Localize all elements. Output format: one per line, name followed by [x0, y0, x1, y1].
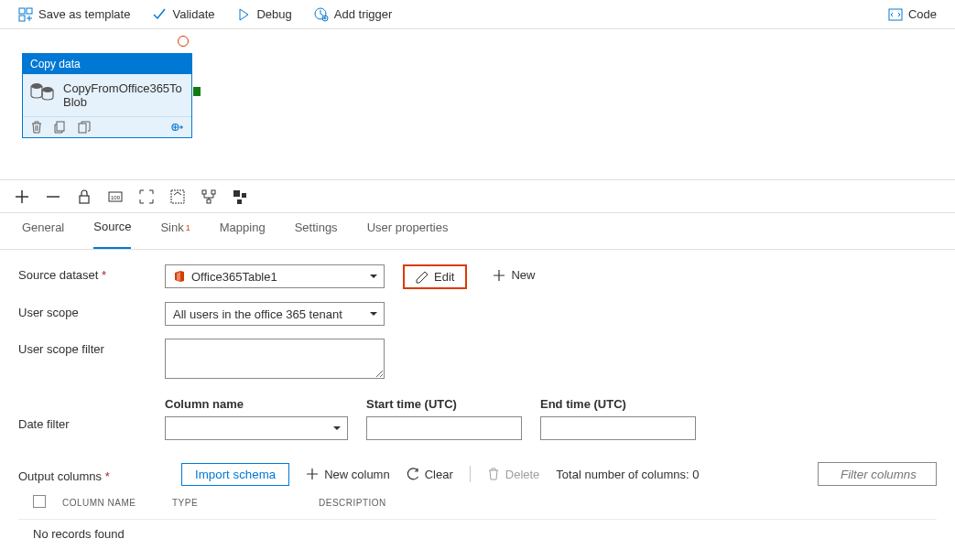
svg-rect-8: [57, 122, 64, 131]
no-records-message: No records found: [18, 519, 937, 548]
refresh-icon: [407, 468, 419, 480]
tab-settings[interactable]: Settings: [295, 213, 338, 249]
user-scope-value: All users in the office 365 tenant: [173, 307, 342, 321]
copy-data-activity[interactable]: Copy data CopyFromOffice365To Blob: [22, 53, 192, 138]
end-time-input[interactable]: [540, 416, 696, 440]
filter-columns-input[interactable]: [818, 462, 937, 486]
office365-icon: [173, 270, 186, 283]
minimap-icon[interactable]: [233, 189, 247, 204]
svg-text:100: 100: [111, 195, 121, 200]
svg-rect-1: [27, 8, 32, 14]
clone-icon[interactable]: [78, 121, 91, 134]
user-scope-filter-label: User scope filter: [18, 339, 165, 356]
top-toolbar: Save as template Validate Debug Add trig…: [0, 0, 955, 29]
pipeline-canvas[interactable]: Copy data CopyFromOffice365To Blob: [0, 29, 955, 180]
end-time-header: End time (UTC): [540, 397, 696, 411]
svg-rect-16: [212, 190, 215, 194]
svg-rect-18: [233, 190, 240, 197]
select-all-checkbox[interactable]: [33, 495, 46, 508]
canvas-zoom-toolbar: 100: [0, 180, 955, 213]
user-scope-filter-input[interactable]: [165, 339, 385, 379]
new-dataset-button[interactable]: New: [482, 264, 546, 285]
plus-icon: [493, 269, 505, 282]
delete-column-button: Delete: [487, 468, 540, 481]
zoom-fit-icon[interactable]: [139, 189, 154, 204]
database-icon: [30, 81, 56, 102]
column-name-header: Column name: [165, 397, 348, 411]
source-dataset-select[interactable]: Office365Table1: [165, 264, 385, 288]
copy-icon[interactable]: [54, 121, 67, 134]
success-connector[interactable]: [193, 87, 201, 96]
svg-point-6: [31, 83, 42, 89]
plus-icon: [306, 468, 319, 480]
tab-mapping[interactable]: Mapping: [220, 213, 266, 249]
svg-rect-9: [79, 124, 86, 133]
svg-rect-0: [19, 8, 25, 14]
svg-rect-17: [207, 199, 211, 203]
validate-label: Validate: [172, 7, 214, 21]
svg-rect-19: [242, 193, 246, 198]
debug-label: Debug: [256, 7, 291, 21]
edit-dataset-button[interactable]: Edit: [403, 264, 467, 289]
chevron-down-icon: [369, 309, 378, 318]
header-type: TYPE: [172, 498, 319, 508]
divider: [470, 466, 471, 482]
start-time-header: Start time (UTC): [366, 397, 522, 411]
tab-general[interactable]: General: [22, 213, 64, 249]
code-button[interactable]: Code: [877, 0, 948, 29]
chevron-down-icon: [332, 424, 342, 433]
add-output-icon[interactable]: [171, 121, 184, 134]
source-dataset-label: Source dataset *: [18, 264, 165, 282]
edit-label: Edit: [434, 270, 454, 284]
tab-user-properties[interactable]: User properties: [367, 213, 449, 249]
source-dataset-value: Office365Table1: [191, 270, 277, 284]
clear-columns-button[interactable]: Clear: [407, 468, 453, 481]
zoom-reset-icon[interactable]: 100: [108, 189, 123, 204]
date-column-select[interactable]: [165, 416, 348, 440]
user-scope-label: User scope: [18, 302, 165, 319]
activity-tabs: General Source Sink1 Mapping Settings Us…: [0, 213, 955, 250]
activity-footer: [23, 116, 191, 137]
code-icon: [888, 7, 903, 22]
validation-error-indicator[interactable]: [178, 36, 189, 47]
user-scope-select[interactable]: All users in the office 365 tenant: [165, 302, 385, 326]
header-column-name: COLUMN NAME: [62, 498, 172, 508]
svg-rect-20: [237, 199, 242, 204]
activity-type-label: Copy data: [23, 54, 191, 74]
svg-rect-11: [80, 196, 89, 203]
checkmark-icon: [152, 7, 167, 22]
activity-name-line2: Blob: [63, 95, 182, 109]
delete-icon[interactable]: [30, 121, 43, 134]
validate-button[interactable]: Validate: [141, 0, 225, 29]
save-template-button[interactable]: Save as template: [7, 0, 141, 29]
add-trigger-label: Add trigger: [334, 7, 393, 21]
total-columns-label: Total number of columns: 0: [556, 468, 699, 481]
trigger-icon: [314, 7, 329, 22]
fullscreen-icon[interactable]: [170, 189, 185, 204]
lock-icon[interactable]: [77, 189, 92, 204]
activity-name-line1: CopyFromOffice365To: [63, 81, 182, 95]
trash-icon: [487, 468, 500, 480]
start-time-input[interactable]: [366, 416, 522, 440]
autolayout-icon[interactable]: [201, 189, 216, 204]
play-icon: [236, 7, 251, 22]
code-label: Code: [908, 7, 937, 21]
date-filter-label: Date filter: [18, 397, 165, 431]
header-description: DESCRIPTION: [319, 498, 465, 508]
add-trigger-button[interactable]: Add trigger: [303, 0, 404, 29]
remove-icon[interactable]: [46, 189, 60, 204]
output-columns-label: Output columns *: [18, 466, 165, 483]
source-panel: Source dataset * Office365Table1 Edit Ne…: [0, 250, 955, 560]
tab-source[interactable]: Source: [93, 213, 131, 249]
save-template-icon: [18, 7, 33, 22]
add-icon[interactable]: [15, 189, 29, 204]
new-column-button[interactable]: New column: [306, 468, 390, 481]
activity-body: CopyFromOffice365To Blob: [23, 74, 191, 116]
save-template-label: Save as template: [38, 7, 130, 21]
sink-error-badge: 1: [186, 223, 190, 232]
svg-point-7: [42, 87, 53, 92]
debug-button[interactable]: Debug: [225, 0, 302, 29]
import-schema-button[interactable]: Import schema: [181, 463, 289, 486]
pencil-icon: [416, 271, 429, 284]
tab-sink[interactable]: Sink1: [160, 213, 190, 249]
